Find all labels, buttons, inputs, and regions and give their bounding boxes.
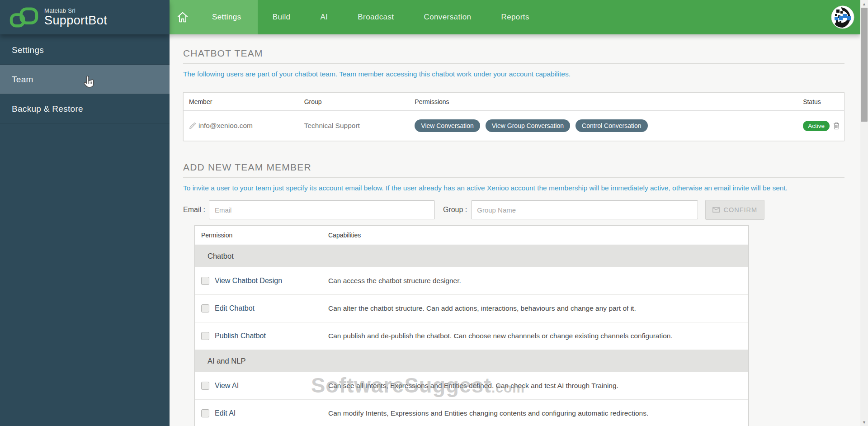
member-group: Technical Support bbox=[299, 122, 410, 130]
account-avatar[interactable] bbox=[831, 5, 854, 29]
permission-label: Edit Chatbot bbox=[215, 304, 255, 312]
table-row: info@xenioo.com Technical Support View C… bbox=[184, 111, 844, 141]
permission-capability: Can modify Intents, Expressions and Enti… bbox=[328, 409, 748, 417]
checkbox-view-ai[interactable] bbox=[201, 382, 209, 390]
header-capabilities: Capabilities bbox=[328, 232, 748, 239]
nav-tab-conversation[interactable]: Conversation bbox=[409, 0, 486, 34]
team-table-header: Member Group Permissions Status bbox=[184, 93, 844, 111]
scroll-down-icon[interactable]: ▼ bbox=[860, 418, 868, 426]
sidebar: Matelab Srl SupportBot Settings Team Bac… bbox=[0, 0, 170, 426]
chatbot-team-description: The following users are part of your cha… bbox=[183, 67, 844, 80]
sidebar-item-settings[interactable]: Settings bbox=[0, 35, 170, 65]
nav-tab-broadcast[interactable]: Broadcast bbox=[343, 0, 409, 34]
permission-row-edit-ai: Edit AI Can modify Intents, Expressions … bbox=[195, 400, 748, 426]
permission-row-edit-chatbot: Edit Chatbot Can alter the chatbot struc… bbox=[195, 295, 748, 322]
permission-capability: Can see all Intents, Expressions and Ent… bbox=[328, 382, 748, 390]
section-ai-nlp: AI and NLP bbox=[195, 350, 748, 372]
permission-capability: Can access the chatbot structure designe… bbox=[328, 277, 748, 285]
section-chatbot: Chatbot bbox=[195, 245, 748, 267]
permissions-table: Permission Capabilities Chatbot View Cha… bbox=[194, 225, 749, 426]
header-permissions: Permissions bbox=[409, 98, 797, 105]
header-member: Member bbox=[184, 98, 299, 105]
add-member-description: To invite a user to your team just speci… bbox=[183, 181, 844, 194]
nav-tab-settings[interactable]: Settings bbox=[196, 0, 258, 34]
permission-badge: View Group Conversation bbox=[486, 119, 570, 132]
home-button[interactable] bbox=[170, 0, 196, 34]
member-permissions: View Conversation View Group Conversatio… bbox=[409, 119, 797, 132]
permission-badge: Control Conversation bbox=[576, 119, 648, 132]
edit-member-icon[interactable] bbox=[189, 123, 196, 129]
invite-form: Email : Group : CONFIRM bbox=[183, 200, 844, 220]
permissions-table-header: Permission Capabilities bbox=[195, 226, 748, 245]
app-logo[interactable]: Matelab Srl SupportBot bbox=[0, 0, 170, 34]
permission-badge: View Conversation bbox=[415, 119, 480, 132]
add-member-title: ADD NEW TEAM MEMBER bbox=[183, 162, 844, 178]
team-members-table: Member Group Permissions Status info@xen… bbox=[183, 92, 844, 141]
scroll-up-icon[interactable]: ▲ bbox=[860, 0, 868, 8]
company-name: Matelab Srl bbox=[44, 7, 107, 14]
sidebar-item-team[interactable]: Team bbox=[0, 65, 170, 94]
permission-capability: Can alter the chatbot structure. Can add… bbox=[328, 304, 748, 312]
app-name: SupportBot bbox=[44, 14, 107, 27]
top-navigation: Settings Build AI Broadcast Conversation… bbox=[170, 0, 860, 34]
permission-label: View AI bbox=[215, 382, 239, 390]
status-badge: Active bbox=[803, 121, 830, 131]
member-email: info@xenioo.com bbox=[198, 122, 253, 130]
checkbox-view-chatbot-design[interactable] bbox=[201, 277, 209, 285]
chatbot-team-title: CHATBOT TEAM bbox=[183, 48, 844, 64]
group-label: Group : bbox=[443, 206, 467, 214]
infinity-logo-icon bbox=[9, 6, 39, 28]
permission-label: Publish Chatbot bbox=[215, 332, 266, 340]
sidebar-item-backup-restore[interactable]: Backup & Restore bbox=[0, 94, 170, 123]
header-permission: Permission bbox=[195, 232, 328, 239]
permission-row-view-ai: View AI Can see all Intents, Expressions… bbox=[195, 372, 748, 400]
permission-label: View Chatbot Design bbox=[215, 277, 282, 285]
permission-label: Edit AI bbox=[215, 409, 236, 417]
header-group: Group bbox=[299, 98, 410, 105]
envelope-icon bbox=[712, 207, 720, 213]
group-name-field[interactable] bbox=[471, 200, 698, 219]
delete-member-icon[interactable] bbox=[833, 122, 840, 130]
confirm-button-label: CONFIRM bbox=[723, 206, 757, 213]
checkbox-edit-chatbot[interactable] bbox=[201, 304, 209, 312]
permission-row-publish-chatbot: Publish Chatbot Can publish and de-publi… bbox=[195, 322, 748, 350]
nav-tab-build[interactable]: Build bbox=[258, 0, 306, 34]
sidebar-menu: Settings Team Backup & Restore bbox=[0, 35, 170, 123]
email-field[interactable] bbox=[209, 200, 435, 219]
permission-row-view-chatbot-design: View Chatbot Design Can access the chatb… bbox=[195, 267, 748, 295]
scrollbar-thumb[interactable] bbox=[861, 8, 868, 122]
home-icon bbox=[176, 10, 189, 24]
checkbox-edit-ai[interactable] bbox=[201, 409, 209, 417]
permission-capability: Can publish and de-publish the chatbot. … bbox=[328, 332, 748, 340]
nav-tab-ai[interactable]: AI bbox=[305, 0, 343, 34]
nav-tab-reports[interactable]: Reports bbox=[486, 0, 544, 34]
main-content: CHATBOT TEAM The following users are par… bbox=[170, 34, 860, 426]
confirm-button[interactable]: CONFIRM bbox=[705, 200, 764, 220]
header-status: Status bbox=[797, 98, 844, 105]
email-label: Email : bbox=[183, 206, 205, 214]
nav-active-group: Settings bbox=[170, 0, 258, 34]
vertical-scrollbar[interactable]: ▲ ▼ bbox=[860, 0, 868, 426]
checkbox-publish-chatbot[interactable] bbox=[201, 332, 209, 340]
